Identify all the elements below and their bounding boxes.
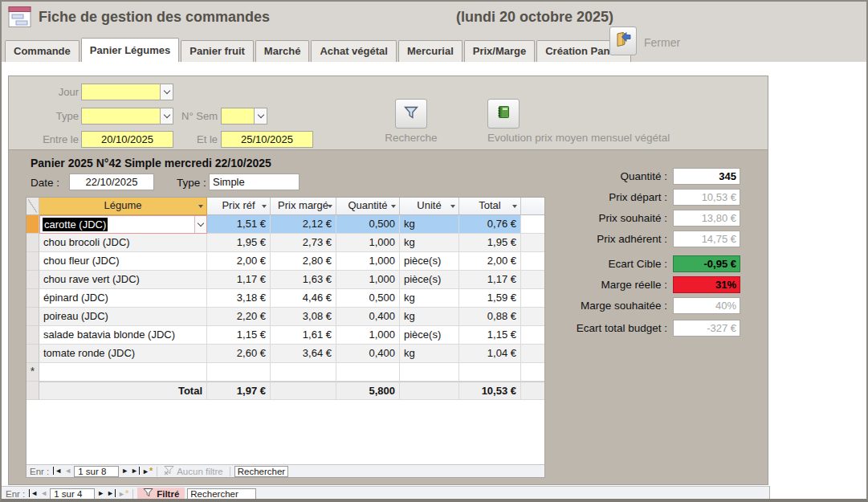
table-cell[interactable]: 2,12 €: [271, 215, 336, 234]
table-cell[interactable]: 1,51 €: [207, 215, 271, 234]
table-cell[interactable]: poireau (JDC): [39, 308, 207, 326]
chevron-down-icon[interactable]: [194, 216, 206, 233]
table-cell[interactable]: 0,500: [336, 215, 400, 234]
row-selector[interactable]: [26, 215, 39, 234]
table-cell[interactable]: épinard (JDC): [39, 289, 207, 308]
table-row[interactable]: poireau (JDC)2,20 €3,08 €0,400kg0,88 €: [26, 308, 544, 326]
type-input[interactable]: Simple: [209, 173, 300, 190]
table-cell[interactable]: [39, 363, 207, 382]
new-record-button[interactable]: ►*: [118, 490, 128, 498]
filter-status-button[interactable]: Filtré: [137, 488, 185, 500]
table-cell[interactable]: tomate ronde (JDC): [39, 345, 207, 363]
first-record-button[interactable]: ◄: [29, 490, 38, 497]
tab-marche[interactable]: Marché: [255, 40, 310, 62]
tab-panier-legumes[interactable]: Panier Légumes: [81, 38, 179, 62]
table-cell[interactable]: [459, 363, 521, 382]
table-cell[interactable]: pièce(s): [400, 271, 459, 289]
date-input[interactable]: 22/10/2025: [69, 173, 154, 190]
table-cell[interactable]: 2,00 €: [207, 252, 271, 271]
table-cell[interactable]: salade batavia blonde (JDC): [39, 326, 207, 345]
recherche-button[interactable]: [395, 99, 427, 129]
search-records-box[interactable]: Rechercher: [234, 466, 288, 477]
table-cell[interactable]: 1,04 €: [459, 345, 521, 363]
row-selector[interactable]: [26, 289, 39, 308]
table-cell[interactable]: 2,20 €: [207, 308, 271, 326]
record-position-box[interactable]: 1 sur 4: [50, 488, 95, 500]
jour-combobox[interactable]: [81, 84, 173, 100]
table-cell[interactable]: pièce(s): [400, 252, 459, 271]
table-cell[interactable]: 3,18 €: [207, 289, 271, 308]
next-record-button[interactable]: ►: [97, 490, 104, 497]
first-record-button[interactable]: ◄: [53, 467, 62, 475]
table-cell[interactable]: chou brocoli (JDC): [39, 234, 207, 252]
table-cell[interactable]: 3,64 €: [271, 345, 336, 363]
table-cell[interactable]: 1,63 €: [271, 271, 336, 289]
table-cell[interactable]: [336, 363, 400, 382]
table-cell[interactable]: 1,000: [336, 252, 400, 271]
table-cell[interactable]: [207, 363, 271, 382]
chevron-down-icon[interactable]: [254, 108, 267, 124]
table-cell[interactable]: kg: [400, 234, 459, 252]
table-cell[interactable]: kg: [400, 289, 459, 308]
table-cell[interactable]: 0,400: [336, 345, 400, 363]
chevron-down-icon[interactable]: [160, 84, 173, 100]
new-record-button[interactable]: ►*: [142, 467, 153, 475]
table-cell[interactable]: pièce(s): [400, 326, 459, 345]
legume-combobox-cell[interactable]: carotte (JDC): [39, 215, 207, 234]
row-selector[interactable]: [26, 326, 39, 345]
close-form-button[interactable]: [609, 27, 637, 55]
table-cell[interactable]: kg: [400, 345, 459, 363]
column-header-legume[interactable]: Légume: [39, 198, 207, 215]
table-cell[interactable]: [271, 363, 336, 382]
table-cell[interactable]: kg: [400, 215, 459, 234]
summary-value-quantite[interactable]: 345: [673, 168, 740, 185]
column-header-unite[interactable]: Unité: [400, 198, 459, 215]
search-records-box[interactable]: Rechercher: [187, 488, 256, 500]
et-le-input[interactable]: 25/10/2025: [221, 131, 313, 148]
table-cell[interactable]: 3,08 €: [271, 308, 336, 326]
table-cell[interactable]: 2,73 €: [271, 234, 336, 252]
evolution-button[interactable]: [487, 99, 520, 129]
column-header-prix-ref[interactable]: Prix réf: [207, 198, 271, 215]
table-cell[interactable]: 1,17 €: [207, 271, 271, 289]
row-selector[interactable]: [26, 252, 39, 271]
tab-panier-fruit[interactable]: Panier fruit: [181, 40, 254, 62]
previous-record-button[interactable]: ◄: [64, 467, 71, 475]
next-record-button[interactable]: ►: [121, 467, 128, 475]
tab-commande[interactable]: Commande: [5, 40, 79, 62]
table-cell[interactable]: 0,400: [336, 308, 400, 326]
table-row[interactable]: chou fleur (JDC)2,00 €2,80 €1,000pièce(s…: [26, 252, 544, 271]
last-record-button[interactable]: ►: [131, 467, 140, 475]
table-cell[interactable]: 1,000: [336, 326, 400, 345]
table-cell[interactable]: 1,61 €: [271, 326, 336, 345]
column-header-prix-marge[interactable]: Prix margé: [271, 198, 336, 215]
tab-mercurial[interactable]: Mercurial: [398, 40, 463, 62]
datasheet-select-all-corner[interactable]: [26, 198, 39, 215]
record-position-box[interactable]: 1 sur 8: [74, 466, 119, 477]
table-cell[interactable]: chou fleur (JDC): [39, 252, 207, 271]
num-sem-combobox[interactable]: [221, 108, 267, 124]
table-row[interactable]: chou brocoli (JDC)1,95 €2,73 €1,000kg1,9…: [26, 234, 544, 252]
table-row[interactable]: épinard (JDC)3,18 €4,46 €0,500kg1,59 €: [26, 289, 544, 308]
filter-status-button[interactable]: Aucun filtre: [161, 465, 226, 477]
type-combobox[interactable]: [81, 108, 173, 124]
table-cell[interactable]: 0,500: [336, 289, 400, 308]
table-cell[interactable]: [400, 363, 459, 382]
column-header-quantite[interactable]: Quantité: [336, 198, 400, 215]
new-record-row[interactable]: *: [26, 363, 544, 382]
table-row[interactable]: carotte (JDC)1,51 €2,12 €0,500kg0,76 €: [26, 215, 544, 234]
table-cell[interactable]: kg: [400, 308, 459, 326]
table-row[interactable]: chou rave vert (JDC)1,17 €1,63 €1,000piè…: [26, 271, 544, 289]
table-cell[interactable]: 1,000: [336, 271, 400, 289]
row-selector[interactable]: [26, 308, 39, 326]
row-selector[interactable]: [26, 234, 39, 252]
table-cell[interactable]: 1,95 €: [207, 234, 271, 252]
table-row[interactable]: salade batavia blonde (JDC)1,15 €1,61 €1…: [26, 326, 544, 345]
last-record-button[interactable]: ►: [107, 490, 116, 497]
tab-prix-marge[interactable]: Prix/Marge: [464, 40, 535, 62]
table-cell[interactable]: 2,60 €: [207, 345, 271, 363]
table-cell[interactable]: 4,46 €: [271, 289, 336, 308]
tab-achat-vegetal[interactable]: Achat végétal: [311, 40, 397, 62]
table-cell[interactable]: 1,15 €: [207, 326, 271, 345]
row-selector[interactable]: [26, 345, 39, 363]
